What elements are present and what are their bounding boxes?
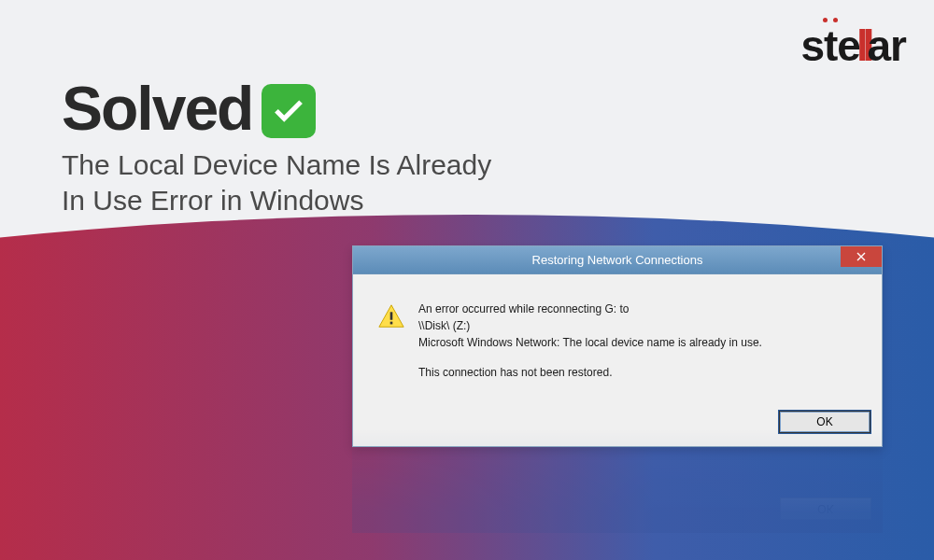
dialog-title: Restoring Network Connections xyxy=(532,253,703,267)
brand-logo: stellar xyxy=(800,21,906,71)
svg-rect-1 xyxy=(390,322,393,325)
dialog-reflection: OK xyxy=(352,430,883,533)
close-button[interactable] xyxy=(841,246,882,267)
svg-rect-0 xyxy=(390,312,393,319)
msg-line-4: This connection has not been restored. xyxy=(418,364,762,381)
ok-button-reflection: OK xyxy=(780,497,871,520)
subtitle-line-1: The Local Device Name Is Already xyxy=(62,147,491,183)
dialog-titlebar: Restoring Network Connections xyxy=(353,246,882,274)
msg-line-3: Microsoft Windows Network: The local dev… xyxy=(418,336,762,349)
dialog-body: An error occurred while reconnecting G: … xyxy=(353,274,882,403)
msg-line-1: An error occurred while reconnecting G: … xyxy=(418,302,629,315)
error-dialog: Restoring Network Connections An error o… xyxy=(352,245,883,447)
subtitle-line-2: In Use Error in Windows xyxy=(62,183,491,218)
brand-logo-dots xyxy=(823,18,838,22)
subtitle: The Local Device Name Is Already In Use … xyxy=(62,147,491,217)
headline-block: Solved The Local Device Name Is Already … xyxy=(62,73,491,217)
check-icon xyxy=(262,84,316,138)
close-icon xyxy=(856,252,866,261)
msg-line-2: \\Disk\ (Z:) xyxy=(418,319,470,332)
warning-icon xyxy=(377,302,405,394)
dialog-message: An error occurred while reconnecting G: … xyxy=(418,301,762,394)
solved-heading: Solved xyxy=(62,73,252,144)
